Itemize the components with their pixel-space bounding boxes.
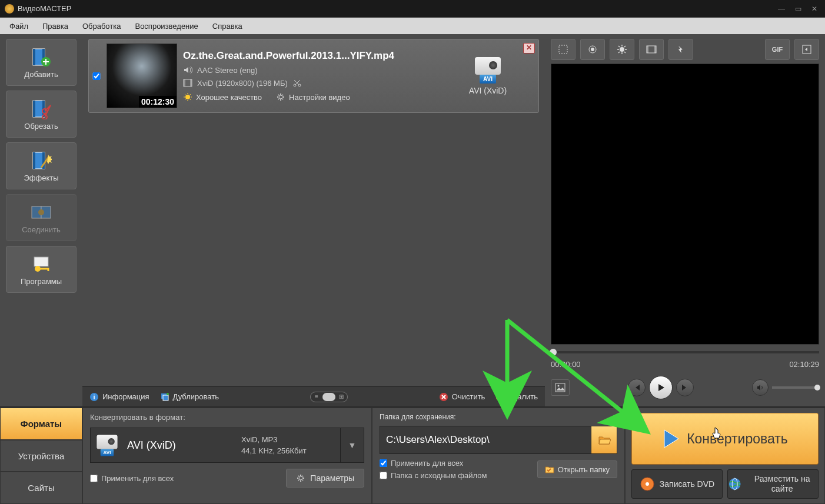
photo-icon [555, 383, 565, 392]
format-badge-small: AVI [101, 449, 114, 456]
folder-check-icon [545, 465, 554, 473]
format-header: Конвертировать в формат: [90, 413, 364, 422]
svg-point-14 [38, 209, 44, 215]
add-film-icon [31, 46, 52, 68]
crop-tool-button[interactable] [551, 39, 575, 60]
preview-pane: GIF 00:00:00 02:10:29 [545, 34, 825, 406]
gear-icon [296, 473, 305, 483]
svg-rect-15 [34, 257, 48, 266]
delete-button[interactable]: Удалить [495, 392, 538, 402]
prev-button[interactable] [628, 379, 646, 396]
seek-bar[interactable] [551, 348, 819, 356]
gear-icon [276, 92, 285, 102]
volume-button[interactable] [752, 379, 769, 396]
minimize-button[interactable]: — [776, 5, 787, 13]
speaker-icon [183, 65, 192, 75]
save-path-field[interactable]: C:\Users\Alex\Desktop\ [380, 426, 591, 453]
file-audio: AAC Stereo (eng) [197, 66, 258, 75]
file-thumbnail[interactable]: 00:12:30 [107, 44, 177, 108]
parameters-button[interactable]: Параметры [286, 469, 364, 488]
menu-play[interactable]: Воспроизведение [128, 19, 205, 33]
duplicate-button[interactable]: Дублировать [160, 392, 219, 402]
next-button[interactable] [676, 379, 694, 396]
close-button[interactable]: ✕ [809, 5, 820, 13]
speed-icon [675, 44, 687, 55]
file-output-format[interactable]: AVI AVI (XviD) [458, 57, 517, 95]
cut-label: Обрезать [24, 122, 58, 131]
join-button: Соединить [6, 194, 76, 241]
svg-point-34 [620, 47, 624, 52]
open-folder-button[interactable]: Открыть папку [537, 460, 617, 478]
menu-process[interactable]: Обработка [75, 19, 128, 33]
brightness-tool-button[interactable] [610, 39, 634, 60]
enhance-tool-button[interactable] [580, 39, 605, 60]
play-button[interactable] [649, 376, 673, 399]
wand-icon [31, 150, 52, 171]
svg-point-23 [279, 95, 282, 99]
video-settings-button[interactable]: Настройки видео [276, 92, 350, 102]
info-button[interactable]: i Информация [89, 392, 149, 402]
svg-rect-19 [190, 79, 192, 86]
tab-devices[interactable]: Устройства [0, 440, 82, 472]
action-bar: i Информация Дублировать ≡⊞ Очистить Уда… [82, 386, 545, 406]
play-icon [656, 382, 666, 393]
tab-formats[interactable]: Форматы [0, 408, 82, 440]
format-name: AVI (XviD) [124, 439, 241, 452]
time-total: 02:10:29 [789, 360, 819, 369]
next-icon [681, 383, 689, 392]
disc-icon [640, 476, 655, 492]
programs-button[interactable]: Программы [6, 246, 76, 293]
prev-icon [633, 383, 641, 392]
scissors-icon [31, 98, 52, 119]
apply-all-checkbox[interactable]: Применить для всех [90, 474, 174, 483]
menu-help[interactable]: Справка [205, 19, 250, 33]
publish-button[interactable]: Разместить на сайте [727, 469, 819, 499]
brightness-icon [616, 44, 628, 55]
speed-tool-button[interactable] [668, 39, 693, 60]
cut-button[interactable]: Обрезать [6, 91, 76, 138]
tab-sites[interactable]: Сайты [0, 472, 82, 504]
cut-small-icon[interactable] [292, 78, 302, 88]
save-header: Папка для сохранения: [380, 413, 617, 421]
svg-point-44 [729, 478, 741, 490]
svg-point-22 [185, 95, 190, 99]
time-current: 00:00:00 [551, 360, 581, 369]
clear-button[interactable]: Очистить [439, 392, 485, 402]
file-item[interactable]: 00:12:30 Oz.the.Great.and.Powerful.2013.… [88, 39, 539, 113]
apply-all-save-checkbox[interactable]: Применить для всех [380, 459, 487, 468]
add-button[interactable]: Добавить [6, 39, 76, 86]
filmstrip-icon [646, 44, 657, 55]
delete-icon [495, 392, 505, 402]
gif-tool-button[interactable]: GIF [765, 39, 790, 60]
format-panel: Конвертировать в формат: AVI AVI (XviD) … [82, 408, 372, 504]
remove-file-button[interactable]: ✕ [523, 43, 535, 54]
maximize-button[interactable]: ▭ [792, 5, 804, 13]
file-video: XviD (1920x800) (196 МБ) [197, 79, 288, 88]
enhance-icon [587, 44, 598, 55]
menu-edit[interactable]: Правка [35, 19, 75, 33]
volume-slider[interactable] [772, 386, 819, 389]
format-dropdown-button[interactable]: ▼ [340, 428, 364, 462]
menu-file[interactable]: Файл [2, 19, 35, 33]
file-list: 00:12:30 Oz.the.Great.and.Powerful.2013.… [82, 34, 545, 386]
effects-button[interactable]: Эффекты [6, 142, 76, 189]
file-checkbox[interactable] [92, 72, 101, 80]
format-tabs: Форматы Устройства Сайты [0, 408, 82, 504]
volume-icon [756, 383, 764, 392]
effects-tool-button[interactable] [639, 39, 664, 60]
fullscreen-button[interactable] [794, 39, 819, 60]
source-folder-checkbox[interactable]: Папка с исходным файлом [380, 471, 487, 480]
svg-point-40 [558, 385, 560, 387]
view-toggle[interactable]: ≡⊞ [310, 392, 348, 402]
snapshot-button[interactable] [551, 379, 570, 396]
fullscreen-icon [801, 44, 813, 55]
format-selector[interactable]: AVI AVI (XviD) XviD, MP344,1 KHz, 256Кби… [90, 428, 364, 463]
svg-point-33 [591, 48, 594, 51]
browse-folder-button[interactable] [591, 426, 617, 453]
burn-dvd-button[interactable]: Записать DVD [631, 469, 723, 499]
svg-point-16 [35, 266, 41, 272]
video-preview[interactable] [551, 64, 819, 345]
quality-button[interactable]: Хорошее качество [183, 92, 262, 102]
folder-open-icon [598, 435, 611, 445]
convert-button[interactable]: Конвертировать [631, 413, 819, 465]
